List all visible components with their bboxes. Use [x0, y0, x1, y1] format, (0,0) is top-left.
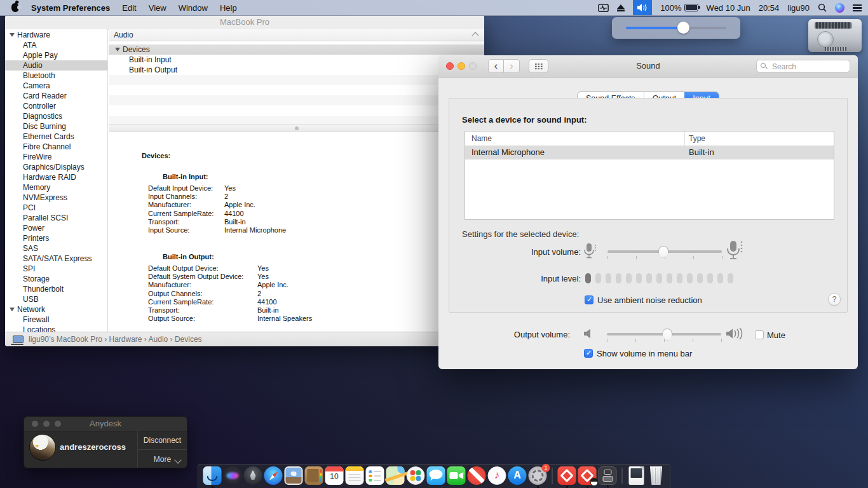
sidebar-item-ethernet-cards[interactable]: Ethernet Cards [5, 132, 107, 142]
sidebar-item-fibre-channel[interactable]: Fibre Channel [5, 142, 107, 152]
apple-menu-icon[interactable] [11, 3, 19, 12]
facetime-dock-icon[interactable] [447, 466, 466, 485]
document-dock-icon[interactable] [629, 466, 644, 485]
sidebar-item-nvmexpress[interactable]: NVMExpress [5, 193, 107, 203]
search-input[interactable] [771, 60, 847, 73]
news-dock-icon[interactable] [468, 466, 486, 485]
sidebar-item-sata-sata-express[interactable]: SATA/SATA Express [5, 254, 107, 264]
siri-icon[interactable] [835, 3, 844, 13]
mute-checkbox[interactable] [755, 330, 764, 339]
close-button[interactable] [446, 62, 454, 70]
anydesk-title-bar[interactable]: Anydesk [24, 417, 187, 431]
minimize-button[interactable] [43, 421, 50, 427]
eject-icon[interactable] [617, 4, 625, 11]
maps-dock-icon[interactable] [386, 466, 405, 485]
minimize-button[interactable] [458, 62, 465, 70]
sidebar-item-disc-burning[interactable]: Disc Burning [5, 121, 107, 132]
sidebar-item-firewire[interactable]: FireWire [5, 152, 107, 162]
itunes-dock-icon[interactable] [488, 466, 506, 485]
sidebar-item-graphics-displays[interactable]: Graphics/Displays [5, 162, 107, 172]
input-device-table[interactable]: Name Type Internal Microphone Built-in [465, 131, 834, 220]
sidebar-item-printers[interactable]: Printers [5, 233, 107, 243]
sidebar-item-storage[interactable]: Storage [5, 274, 107, 284]
sidebar-item-firewall[interactable]: Firewall [5, 315, 107, 325]
sidebar-item-sas[interactable]: SAS [5, 243, 107, 254]
sidebar-item-power[interactable]: Power [5, 223, 107, 233]
disclosure-triangle-icon[interactable] [115, 48, 120, 51]
trash-dock-icon[interactable] [649, 466, 663, 485]
menu-date[interactable]: Wed 10 Jun [707, 3, 750, 13]
messages-dock-icon[interactable] [427, 466, 445, 485]
zoom-button[interactable] [55, 421, 61, 427]
system-preferences-dock-icon[interactable]: 1 [529, 466, 547, 485]
menu-app-name[interactable]: System Preferences [31, 3, 110, 13]
reminders-dock-icon[interactable] [366, 466, 384, 485]
tree-item-built-in-output[interactable]: Built-in Output [109, 65, 484, 75]
sidebar-item-audio[interactable]: Audio [5, 60, 107, 71]
photos-dock-icon[interactable] [285, 466, 303, 485]
search-field[interactable] [756, 60, 850, 72]
sidebar-item-controller[interactable]: Controller [5, 101, 107, 111]
contacts-dock-icon[interactable] [305, 466, 323, 485]
sidebar-item-parallel-scsi[interactable]: Parallel SCSI [5, 213, 107, 223]
tree-item-built-in-input[interactable]: Built-in Input [109, 55, 484, 65]
menu-window[interactable]: Window [179, 3, 208, 13]
battery-indicator[interactable]: 100% [660, 3, 698, 13]
system-info-sidebar[interactable]: HardwareATAApple PayAudioBluetoothCamera… [5, 29, 108, 332]
menu-help[interactable]: Help [220, 3, 237, 13]
sidebar-item-apple-pay[interactable]: Apple Pay [5, 50, 107, 60]
spotlight-search-icon[interactable] [818, 3, 827, 12]
desktop-disk-icon[interactable] [808, 19, 862, 52]
disconnect-button[interactable]: Disconnect [138, 431, 187, 450]
devices-tree-group[interactable]: Devices [109, 44, 484, 55]
finder-dock-icon[interactable] [203, 466, 222, 485]
disclosure-triangle-icon[interactable] [10, 33, 15, 37]
sidebar-item-spi[interactable]: SPI [5, 264, 107, 274]
show-all-button[interactable] [529, 59, 548, 73]
audio-section-header[interactable]: Audio [109, 29, 484, 41]
menu-user[interactable]: ligu90 [787, 3, 810, 13]
sound-title-bar[interactable]: Sound ‹ › [438, 55, 858, 78]
menu-time[interactable]: 20:54 [759, 3, 780, 13]
notes-dock-icon[interactable] [346, 466, 364, 485]
volume-popup-thumb[interactable] [677, 22, 689, 34]
sidebar-item-hardware[interactable]: Hardware [5, 30, 107, 40]
utility-dock-icon[interactable] [599, 466, 617, 485]
volume-popup-track[interactable] [626, 27, 726, 29]
sidebar-item-hardware-raid[interactable]: Hardware RAID [5, 172, 107, 182]
disclosure-triangle-icon[interactable] [10, 308, 15, 311]
pane-splitter[interactable] [109, 125, 484, 132]
sidebar-item-memory[interactable]: Memory [5, 182, 107, 193]
sidebar-item-network[interactable]: Network [5, 304, 107, 315]
siri-dock-icon[interactable] [224, 466, 242, 485]
sidebar-item-bluetooth[interactable]: Bluetooth [5, 71, 107, 81]
sidebar-item-card-reader[interactable]: Card Reader [5, 91, 107, 101]
app-store-dock-icon[interactable] [508, 466, 527, 485]
sidebar-item-pci[interactable]: PCI [5, 203, 107, 213]
more-button[interactable]: More [138, 450, 187, 468]
menu-view[interactable]: View [149, 3, 166, 13]
sidebar-item-camera[interactable]: Camera [5, 81, 107, 91]
sidebar-item-thunderbolt[interactable]: Thunderbolt [5, 284, 107, 294]
ambient-noise-checkbox[interactable] [585, 295, 593, 304]
anydesk-dock-icon[interactable] [558, 466, 576, 485]
help-button[interactable]: ? [828, 293, 841, 306]
game-center-dock-icon[interactable] [407, 466, 425, 485]
collapse-chevron-icon[interactable] [471, 32, 478, 39]
anydesk-linux-dock-icon[interactable] [578, 466, 597, 485]
close-button[interactable] [32, 421, 38, 427]
launchpad-dock-icon[interactable] [244, 466, 262, 485]
safari-dock-icon[interactable] [264, 466, 283, 485]
table-row-internal-microphone[interactable]: Internal Microphone Built-in [465, 146, 834, 159]
show-volume-menubar-checkbox[interactable] [584, 349, 593, 358]
activity-monitor-icon[interactable] [598, 4, 609, 12]
sidebar-item-diagnostics[interactable]: Diagnostics [5, 111, 107, 121]
volume-menu-icon[interactable] [633, 0, 652, 15]
sidebar-item-usb[interactable]: USB [5, 294, 107, 304]
sidebar-item-ata[interactable]: ATA [5, 40, 107, 50]
sidebar-item-locations[interactable]: Locations [5, 325, 107, 332]
notification-center-icon[interactable] [853, 4, 862, 11]
calendar-dock-icon[interactable]: 10 [325, 466, 344, 485]
back-button[interactable]: ‹ [488, 59, 504, 73]
menu-edit[interactable]: Edit [122, 3, 136, 13]
